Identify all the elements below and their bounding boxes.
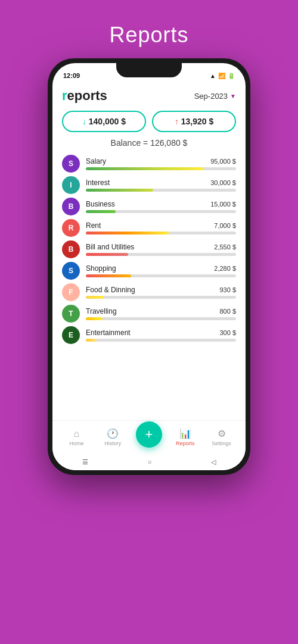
nav-label-home: Home	[69, 440, 83, 446]
category-icon: R	[62, 219, 80, 237]
progress-track	[86, 232, 236, 235]
category-icon: S	[62, 155, 80, 173]
progress-track	[86, 167, 236, 170]
category-name-row: Business15,000 $	[86, 200, 236, 208]
balance-buttons-row: ↓ 140,000 $ ↑ 13,920 $	[62, 111, 236, 132]
menu-icon[interactable]: ☰	[82, 458, 88, 466]
category-name: Business	[86, 200, 115, 208]
nav-label-history: History	[104, 440, 121, 446]
category-name-row: Interest30,000 $	[86, 179, 236, 187]
signal-icon: 📶	[218, 73, 225, 79]
category-name-row: Entertainment300 $	[86, 329, 236, 337]
expense-amount: 13,920 $	[181, 117, 214, 126]
system-bar: ☰ ○ ◁	[52, 454, 246, 470]
settings-icon: ⚙	[218, 428, 226, 439]
history-icon: 🕐	[107, 428, 119, 439]
home-sys-icon[interactable]: ○	[148, 458, 152, 465]
category-name-row: Bill and Utilities2,550 $	[86, 243, 236, 251]
nav-item-settings[interactable]: ⚙ Settings	[203, 428, 240, 446]
category-name: Entertainment	[86, 329, 131, 337]
wifi-icon: ▲	[210, 73, 216, 79]
category-name-row: Rent7,000 $	[86, 221, 236, 230]
category-name: Food & Dinning	[86, 286, 135, 294]
fab-plus-icon: +	[145, 427, 153, 442]
list-item[interactable]: BBill and Utilities2,550 $	[62, 240, 236, 258]
category-name: Travelling	[86, 307, 117, 315]
progress-fill	[86, 296, 104, 299]
category-name: Rent	[86, 221, 101, 230]
category-info: Bill and Utilities2,550 $	[86, 243, 236, 256]
category-info: Salary95,000 $	[86, 157, 236, 170]
category-icon: F	[62, 283, 80, 301]
expense-arrow-icon: ↑	[175, 117, 179, 126]
month-selector[interactable]: Sep-2023 ▼	[194, 92, 236, 101]
nav-item-reports[interactable]: 📊 Reports	[167, 428, 203, 446]
category-icon: T	[62, 305, 80, 323]
progress-fill	[86, 167, 203, 170]
category-amount: 930 $	[219, 286, 236, 293]
income-amount: 140,000 $	[89, 117, 126, 126]
bottom-nav: ⌂ Home 🕐 History 📊 Reports ⚙ Settings +	[52, 420, 246, 454]
category-amount: 2,280 $	[214, 265, 236, 272]
category-name-row: Travelling800 $	[86, 307, 236, 315]
category-amount: 30,000 $	[210, 179, 236, 186]
nav-label-reports: Reports	[176, 440, 195, 446]
progress-fill	[86, 232, 169, 235]
list-item[interactable]: FFood & Dinning930 $	[62, 283, 236, 301]
list-item[interactable]: SSalary95,000 $	[62, 155, 236, 173]
progress-track	[86, 274, 236, 277]
category-name: Interest	[86, 179, 110, 187]
progress-track	[86, 317, 236, 320]
category-amount: 95,000 $	[210, 158, 236, 165]
category-amount: 2,550 $	[214, 243, 236, 251]
back-icon[interactable]: ◁	[211, 458, 216, 466]
reports-icon: 📊	[179, 428, 191, 439]
category-info: Shopping2,280 $	[86, 264, 236, 277]
category-name: Shopping	[86, 264, 116, 273]
category-name: Bill and Utilities	[86, 243, 134, 251]
home-icon: ⌂	[74, 429, 80, 439]
phone-frame: 12:09 ▲ 📶 🔋 reports Sep-2023 ▼	[48, 58, 250, 475]
list-item[interactable]: TTravelling800 $	[62, 305, 236, 323]
category-info: Entertainment300 $	[86, 329, 236, 342]
progress-fill	[86, 189, 153, 192]
progress-track	[86, 296, 236, 299]
progress-fill	[86, 210, 116, 213]
income-arrow-icon: ↓	[82, 117, 86, 126]
category-amount: 800 $	[219, 308, 236, 315]
progress-track	[86, 189, 236, 192]
category-icon: I	[62, 176, 80, 194]
list-item[interactable]: BBusiness15,000 $	[62, 198, 236, 215]
income-button[interactable]: ↓ 140,000 $	[62, 111, 146, 132]
progress-fill	[86, 274, 131, 277]
phone-screen: 12:09 ▲ 📶 🔋 reports Sep-2023 ▼	[52, 63, 246, 470]
progress-fill	[86, 253, 128, 256]
nav-item-home[interactable]: ⌂ Home	[58, 429, 95, 446]
category-info: Food & Dinning930 $	[86, 286, 236, 299]
list-item[interactable]: EEntertainment300 $	[62, 326, 236, 344]
page-title: Reports	[109, 23, 188, 48]
progress-fill	[86, 339, 97, 342]
category-amount: 300 $	[219, 329, 236, 336]
status-icons: ▲ 📶 🔋	[210, 73, 235, 79]
battery-icon: 🔋	[228, 73, 235, 79]
fab-button[interactable]: +	[136, 421, 162, 448]
category-icon: B	[62, 198, 80, 215]
category-info: Travelling800 $	[86, 307, 236, 320]
expense-button[interactable]: ↑ 13,920 $	[152, 111, 236, 132]
category-list: SSalary95,000 $IInterest30,000 $BBusines…	[62, 155, 236, 420]
category-info: Interest30,000 $	[86, 179, 236, 192]
category-icon: E	[62, 326, 80, 344]
list-item[interactable]: SShopping2,280 $	[62, 262, 236, 280]
dropdown-arrow-icon: ▼	[230, 93, 236, 99]
nav-label-settings: Settings	[212, 440, 231, 446]
progress-track	[86, 210, 236, 213]
app-content: reports Sep-2023 ▼ ↓ 140,000 $ ↑ 13,920 …	[52, 82, 246, 420]
nav-item-history[interactable]: 🕐 History	[95, 428, 131, 446]
progress-track	[86, 253, 236, 256]
month-label: Sep-2023	[194, 92, 228, 101]
list-item[interactable]: IInterest30,000 $	[62, 176, 236, 194]
progress-fill	[86, 317, 103, 320]
list-item[interactable]: RRent7,000 $	[62, 219, 236, 237]
category-icon: B	[62, 240, 80, 258]
